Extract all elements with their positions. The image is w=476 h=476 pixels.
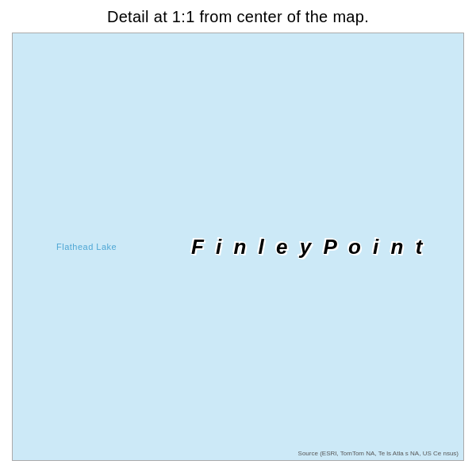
map-area: Flathead Lake F i n l e y P o i n t Sour…: [13, 33, 463, 460]
page-container: Detail at 1:1 from center of the map. Fl…: [0, 0, 476, 476]
lake-label: Flathead Lake: [56, 242, 117, 251]
map-wrapper: Flathead Lake F i n l e y P o i n t Sour…: [12, 33, 464, 461]
source-attribution: Source (ESRI, TomTom NA, Te ls Atla s NA…: [298, 450, 459, 457]
title-area: Detail at 1:1 from center of the map.: [0, 0, 476, 33]
page-title: Detail at 1:1 from center of the map.: [107, 8, 369, 25]
main-place-name: F i n l e y P o i n t: [191, 235, 425, 259]
